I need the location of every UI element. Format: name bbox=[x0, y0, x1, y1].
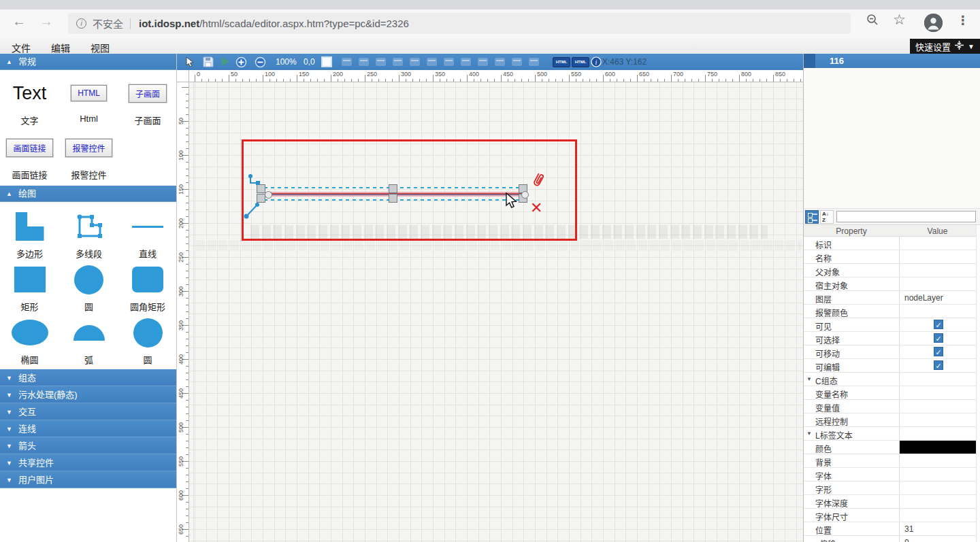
property-row-字体[interactable]: 字体 bbox=[804, 468, 976, 481]
property-value[interactable] bbox=[899, 305, 976, 318]
property-value[interactable] bbox=[899, 454, 976, 467]
property-value[interactable]: ✓ bbox=[899, 318, 976, 331]
property-row-宿主对象[interactable]: 宿主对象 bbox=[804, 277, 976, 291]
property-row-名称[interactable]: 名称 bbox=[804, 250, 976, 264]
draw-tool-rect[interactable]: 矩形 bbox=[0, 263, 59, 316]
browser-tab-strip[interactable] bbox=[0, 0, 980, 10]
group-collapse-icon[interactable]: ▼ bbox=[806, 376, 812, 382]
checkbox-icon[interactable]: ✓ bbox=[934, 333, 943, 343]
property-value[interactable] bbox=[899, 509, 976, 522]
profile-avatar[interactable] bbox=[924, 14, 943, 32]
section-header-collapsed[interactable]: ▼交互 bbox=[0, 403, 176, 420]
property-value[interactable] bbox=[899, 468, 976, 481]
line-endpoint-handle[interactable] bbox=[265, 191, 272, 199]
property-row-父对象[interactable]: 父对象 bbox=[804, 264, 976, 277]
resize-handle[interactable] bbox=[389, 194, 397, 203]
sort-az-icon[interactable]: A↓Z bbox=[820, 210, 834, 224]
draw-tool-line[interactable]: 直线 bbox=[118, 210, 177, 263]
save-icon[interactable] bbox=[203, 56, 214, 69]
property-row-x偏移[interactable]: x偏移0 bbox=[804, 536, 976, 542]
group-collapse-icon[interactable]: ▼ bbox=[806, 430, 812, 437]
menu-edit[interactable]: 编辑 bbox=[51, 41, 70, 54]
tool-sub-screen[interactable]: 子画面子画面 bbox=[118, 77, 177, 131]
property-value[interactable] bbox=[899, 264, 976, 277]
align-middle-v-icon[interactable] bbox=[410, 58, 420, 66]
browser-menu-icon[interactable]: ⋮ bbox=[957, 13, 969, 28]
property-value[interactable] bbox=[899, 386, 976, 399]
property-value[interactable] bbox=[899, 400, 976, 413]
draw-tool-ellipse[interactable]: 椭圆 bbox=[0, 316, 59, 369]
distribute-h-icon[interactable] bbox=[444, 58, 454, 66]
property-row-背景[interactable]: 背景 bbox=[804, 454, 976, 468]
property-grid-scrollbar[interactable] bbox=[976, 225, 980, 542]
group-icon[interactable] bbox=[512, 58, 522, 66]
collapse-panels-icon[interactable] bbox=[955, 41, 964, 52]
property-row-位置[interactable]: 位置31 bbox=[804, 522, 976, 536]
section-header-collapsed[interactable]: ▼污水处理(静态) bbox=[0, 386, 176, 403]
draw-tool-circle[interactable]: 圆 bbox=[59, 263, 118, 316]
property-row-可编辑[interactable]: 可编辑✓ bbox=[804, 359, 976, 373]
edit-nodes-icon[interactable] bbox=[247, 173, 263, 191]
property-row-颜色[interactable]: 颜色 bbox=[804, 441, 976, 454]
property-value[interactable]: ✓ bbox=[899, 359, 976, 372]
quick-settings-dropdown-icon[interactable]: ▼ bbox=[968, 43, 975, 50]
draw-tool-rounded-rect[interactable]: 圆角矩形 bbox=[118, 263, 177, 316]
checkbox-icon[interactable]: ✓ bbox=[934, 320, 943, 329]
bookmark-star-icon[interactable]: ☆ bbox=[893, 12, 906, 28]
tool-alarm-control[interactable]: 报警控件报警控件 bbox=[59, 131, 118, 186]
align-bottom-icon[interactable] bbox=[427, 58, 437, 66]
property-value[interactable]: 31 bbox=[899, 522, 976, 535]
html-import-icon[interactable]: HTML bbox=[572, 57, 589, 67]
menu-view[interactable]: 视图 bbox=[91, 41, 110, 54]
quick-settings[interactable]: 快速设置 ▼ bbox=[910, 39, 980, 54]
section-header-collapsed[interactable]: ▼箭头 bbox=[0, 437, 176, 454]
canvas-background-icon[interactable] bbox=[321, 56, 332, 69]
tool-screen-link[interactable]: 画面链接画面链接 bbox=[0, 131, 59, 186]
property-row-字体深度[interactable]: 字体深度 bbox=[804, 495, 976, 509]
section-header-draw[interactable]: ▲ 绘图 bbox=[0, 186, 176, 202]
section-header-general[interactable]: ▲ 常规 bbox=[0, 54, 176, 70]
attach-variable-icon[interactable] bbox=[531, 171, 546, 191]
property-row-变量名称[interactable]: 变量名称 bbox=[804, 386, 976, 400]
property-row-图层[interactable]: 图层nodeLayer bbox=[804, 291, 976, 305]
property-row-L标签文本[interactable]: ▼L标签文本 bbox=[804, 427, 976, 441]
object-tree-area[interactable] bbox=[804, 68, 980, 209]
section-header-collapsed[interactable]: ▼用户图片 bbox=[0, 471, 176, 488]
section-header-collapsed[interactable]: ▼组态 bbox=[0, 369, 176, 386]
property-row-标识[interactable]: 标识 bbox=[804, 237, 976, 250]
draw-tool-polyline[interactable]: 多线段 bbox=[59, 210, 118, 263]
url-bar[interactable]: i 不安全 iot.idosp.net/html/scada/editor.as… bbox=[68, 13, 851, 34]
draw-tool-circle2[interactable]: 圆 bbox=[118, 316, 177, 369]
forward-icon[interactable]: → bbox=[39, 14, 53, 29]
property-value[interactable] bbox=[899, 250, 976, 263]
property-row-可见[interactable]: 可见✓ bbox=[804, 318, 976, 332]
tool-html[interactable]: HTMLHtml bbox=[59, 77, 118, 131]
checkbox-icon[interactable]: ✓ bbox=[934, 360, 943, 370]
categorize-icon[interactable] bbox=[805, 210, 819, 224]
zoom-in-icon[interactable] bbox=[235, 56, 247, 70]
property-row-可移动[interactable]: 可移动✓ bbox=[804, 345, 976, 359]
ungroup-icon[interactable] bbox=[529, 58, 539, 66]
property-row-C组态[interactable]: ▼C组态 bbox=[804, 373, 976, 386]
zoom-out-icon[interactable] bbox=[255, 56, 266, 70]
align-top-icon[interactable] bbox=[393, 58, 403, 66]
property-value[interactable] bbox=[899, 413, 976, 426]
delete-icon[interactable]: ✕ bbox=[530, 199, 542, 217]
property-value[interactable]: 0 bbox=[899, 536, 976, 542]
run-icon[interactable] bbox=[220, 56, 230, 69]
property-value[interactable] bbox=[899, 237, 976, 250]
property-row-字形[interactable]: 字形 bbox=[804, 481, 976, 495]
property-row-报警颜色[interactable]: 报警颜色 bbox=[804, 305, 976, 318]
info-icon[interactable]: i bbox=[591, 56, 602, 69]
page-info-icon[interactable]: i bbox=[76, 18, 86, 29]
line-endpoint-handle[interactable] bbox=[521, 191, 529, 199]
align-left-icon[interactable] bbox=[342, 58, 352, 66]
rotate-line-icon[interactable] bbox=[242, 201, 261, 222]
draw-tool-polygon[interactable]: 多边形 bbox=[0, 210, 59, 263]
property-value[interactable]: ✓ bbox=[899, 332, 976, 345]
tool-text[interactable]: Text文字 bbox=[0, 77, 59, 131]
resize-handle[interactable] bbox=[389, 184, 397, 193]
select-cursor-icon[interactable] bbox=[185, 56, 195, 70]
html-export-icon[interactable]: HTML bbox=[553, 57, 570, 67]
back-icon[interactable]: ← bbox=[12, 14, 26, 29]
